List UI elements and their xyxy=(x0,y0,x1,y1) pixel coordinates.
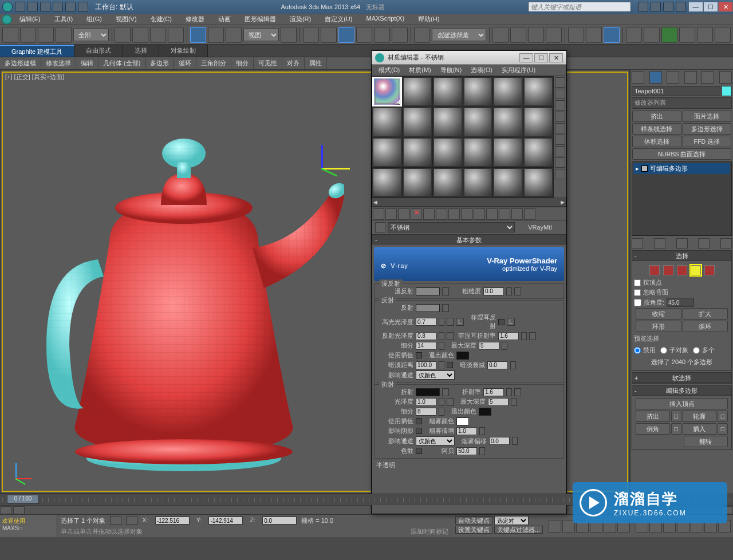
help-search-input[interactable] xyxy=(528,2,631,12)
teapot-model[interactable] xyxy=(23,128,344,471)
subobj-element-icon[interactable] xyxy=(704,265,715,275)
refr-interp-check[interactable] xyxy=(416,418,422,424)
btn-vol-sel[interactable]: 体积选择 xyxy=(632,136,681,147)
show-map-icon[interactable] xyxy=(474,208,485,220)
mat-titlebar[interactable]: 材质编辑器 - 不锈钢 — ☐ ✕ xyxy=(372,51,566,65)
scale-icon[interactable] xyxy=(226,27,242,43)
y-coord-input[interactable] xyxy=(208,516,243,524)
selection-filter[interactable]: 全部 xyxy=(73,29,109,41)
loop-button[interactable]: 循环 xyxy=(683,321,728,332)
menu-graph[interactable]: 图形编辑器 xyxy=(238,14,283,25)
minimize-button[interactable]: — xyxy=(688,2,703,12)
frame-slider[interactable]: 0 / 100 xyxy=(7,495,39,504)
flip-button[interactable]: 翻转 xyxy=(684,436,728,447)
ribbon-poly-model[interactable]: 多边形建模 xyxy=(0,57,41,69)
mat-slot[interactable] xyxy=(433,168,463,198)
add-time-tag[interactable]: 添加时间标记 xyxy=(411,527,448,536)
mat-slot[interactable] xyxy=(372,77,402,107)
dim-check[interactable] xyxy=(447,362,453,368)
object-color[interactable] xyxy=(722,86,732,96)
mat-slot[interactable] xyxy=(463,77,493,107)
by-angle-check[interactable] xyxy=(634,299,641,306)
trackbar-filter-icon[interactable] xyxy=(13,506,25,514)
refl-maxd-spinner[interactable] xyxy=(479,342,499,350)
put-to-scene-icon[interactable] xyxy=(385,208,397,220)
hilight-gloss-spinner[interactable] xyxy=(416,318,436,326)
mat-menu-modes[interactable]: 模式(D) xyxy=(374,65,404,76)
menu-edit[interactable]: 编辑(E) xyxy=(13,14,48,25)
extrude-settings[interactable]: □ xyxy=(671,411,681,422)
mat-minimize[interactable]: — xyxy=(519,53,533,62)
viewport-label[interactable]: [+] [正交] [真实+边面] xyxy=(5,73,64,81)
backlight-icon[interactable] xyxy=(555,89,565,99)
x-coord-input[interactable] xyxy=(155,516,190,524)
mat-slot[interactable] xyxy=(493,137,523,167)
mat-close[interactable]: ✕ xyxy=(549,53,563,62)
mat-slot[interactable] xyxy=(372,137,402,167)
rollout-selection[interactable]: 选择 xyxy=(632,251,731,261)
select-icon[interactable] xyxy=(115,27,131,43)
mat-slot[interactable] xyxy=(493,107,523,137)
get-material-icon[interactable] xyxy=(373,208,384,220)
mat-slot[interactable] xyxy=(463,107,493,137)
qat-save-icon[interactable] xyxy=(40,2,50,12)
teapot-iterate-icon[interactable] xyxy=(715,27,731,43)
inset-settings[interactable]: □ xyxy=(718,423,728,435)
mat-slot[interactable] xyxy=(403,168,432,198)
ribbon-tri[interactable]: 三角剖分 xyxy=(196,57,231,69)
basic-params-header[interactable]: 基本参数 xyxy=(372,234,566,244)
favorites-icon[interactable] xyxy=(663,2,673,12)
refr-subdiv-spinner[interactable] xyxy=(416,408,436,416)
reset-map-icon[interactable]: ✕ xyxy=(411,208,422,220)
ribbon-props[interactable]: 属性 xyxy=(305,57,327,69)
mat-slot[interactable] xyxy=(403,137,432,167)
ribbon-polygon[interactable]: 多边形 xyxy=(145,57,174,69)
maxscript-mini[interactable]: MAXS□ xyxy=(2,525,54,531)
teapot-render-icon[interactable] xyxy=(697,27,713,43)
window-crossing-icon[interactable] xyxy=(168,27,184,43)
schematic-icon[interactable] xyxy=(586,27,602,43)
trackbar-toggle-icon[interactable] xyxy=(1,506,12,514)
mat-slot[interactable] xyxy=(433,77,463,107)
link-icon[interactable] xyxy=(38,27,54,43)
btn-extrude-mod[interactable]: 挤出 xyxy=(632,111,681,122)
graphite-icon[interactable] xyxy=(546,27,562,43)
mat-slot[interactable] xyxy=(433,107,463,137)
pick-material-icon[interactable] xyxy=(375,222,385,232)
utilities-tab-icon[interactable] xyxy=(719,71,732,84)
mat-slot[interactable] xyxy=(523,107,553,137)
modify-tab-icon[interactable] xyxy=(649,71,662,84)
assign-icon[interactable] xyxy=(398,208,409,220)
pin-stack-icon[interactable] xyxy=(632,238,643,249)
menu-tools[interactable]: 工具(I) xyxy=(48,14,80,25)
mat-slot[interactable] xyxy=(523,168,553,198)
sample-uv-icon[interactable] xyxy=(555,112,565,122)
keyboard-icon[interactable] xyxy=(321,27,337,43)
roughness-spinner[interactable] xyxy=(483,287,504,295)
mat-slot[interactable] xyxy=(403,107,432,137)
refl-affect-select[interactable]: 仅颜色 xyxy=(416,370,455,380)
pivot-icon[interactable] xyxy=(281,27,297,43)
config-icon[interactable] xyxy=(720,238,732,249)
menu-animation[interactable]: 动画 xyxy=(211,14,238,25)
angle-spinner[interactable] xyxy=(667,298,694,307)
unlink-icon[interactable] xyxy=(56,27,72,43)
qat-redo-icon[interactable] xyxy=(65,2,76,12)
mat-slot[interactable] xyxy=(493,77,523,107)
mat-slot[interactable] xyxy=(463,137,493,167)
align-icon[interactable] xyxy=(510,27,526,43)
ring-button[interactable]: 环形 xyxy=(636,321,681,332)
motion-tab-icon[interactable] xyxy=(684,71,697,84)
material-editor-icon[interactable] xyxy=(604,27,620,43)
extrude-button[interactable]: 挤出 xyxy=(636,411,670,422)
create-tab-icon[interactable] xyxy=(632,71,644,84)
menu-customize[interactable]: 自定义(U) xyxy=(318,14,359,25)
remove-mod-icon[interactable] xyxy=(698,238,710,249)
keyfilter-button[interactable]: 关键点过滤器... xyxy=(494,526,543,534)
mat-slot[interactable] xyxy=(372,107,402,137)
refl-exit-color[interactable] xyxy=(456,352,469,360)
curve-editor-icon[interactable] xyxy=(568,27,584,43)
rollout-edit-poly[interactable]: 编辑多边形 xyxy=(632,385,731,396)
mat-slot[interactable] xyxy=(493,168,523,198)
setkey-button[interactable]: 设置关键点 xyxy=(455,526,492,534)
